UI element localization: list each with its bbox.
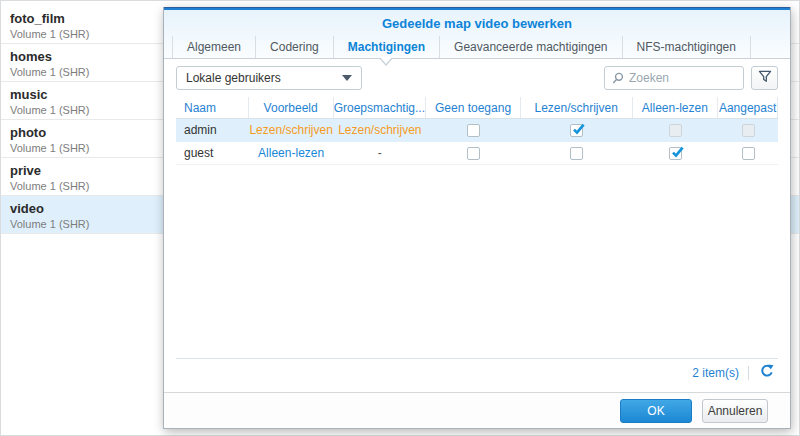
table-header-row: Naam Voorbeeld Groepsmachtig... Geen toe…: [176, 97, 778, 119]
checkbox-lezen-schrijven[interactable]: [570, 124, 583, 137]
status-divider: [748, 366, 749, 380]
checkbox-alleen-lezen[interactable]: [669, 147, 682, 160]
cell-name: admin: [176, 123, 249, 137]
search-input[interactable]: [629, 71, 737, 85]
toolbar-right: [604, 66, 778, 90]
tab-label: Codering: [270, 40, 319, 54]
search-icon: [611, 72, 624, 85]
cell-preview: Alleen-lezen: [249, 146, 334, 160]
ok-button[interactable]: OK: [620, 399, 692, 423]
checkbox-aangepast: [742, 124, 755, 137]
tab-nfs-machtigingen[interactable]: NFS-machtigingen: [623, 36, 751, 58]
column-header-aangepast[interactable]: Aangepast: [718, 97, 778, 118]
dialog-titlebar[interactable]: Gedeelde map video bewerken: [164, 10, 790, 36]
item-count: 2 item(s): [692, 366, 739, 380]
tab-codering[interactable]: Codering: [256, 36, 334, 58]
tab-algemeen[interactable]: Algemeen: [172, 36, 256, 58]
column-header-voorbeeld[interactable]: Voorbeeld: [249, 97, 334, 118]
status-bar: 2 item(s): [176, 358, 778, 382]
tab-bar: Algemeen Codering Machtigingen Geavancee…: [164, 36, 790, 59]
checkbox-lezen-schrijven[interactable]: [570, 147, 583, 160]
checkbox-aangepast[interactable]: [742, 147, 755, 160]
cell-name: guest: [176, 146, 249, 160]
refresh-icon: [760, 364, 774, 382]
table-row-admin[interactable]: admin Lezen/schrijven Lezen/schrijven: [176, 119, 778, 142]
column-header-lezen-schrijven[interactable]: Lezen/schrijven: [521, 97, 633, 118]
cell-read-only: [633, 124, 719, 137]
column-header-alleen-lezen[interactable]: Alleen-lezen: [633, 97, 719, 118]
checkbox-geen-toegang[interactable]: [467, 147, 480, 160]
cell-preview: Lezen/schrijven: [249, 123, 334, 137]
cell-group-permission: -: [334, 146, 427, 160]
tab-label: NFS-machtigingen: [637, 40, 736, 54]
cell-read-write: [521, 147, 633, 160]
tab-machtigingen[interactable]: Machtigingen: [334, 36, 440, 58]
tab-geavanceerde-machtigingen[interactable]: Geavanceerde machtigingen: [440, 36, 622, 58]
toolbar: Lokale gebruikers: [176, 66, 778, 90]
filter-funnel-icon: [758, 69, 772, 87]
dropdown-value: Lokale gebruikers: [186, 71, 281, 85]
cell-no-access: [426, 124, 521, 137]
cell-read-write: [521, 124, 633, 137]
column-header-geen-toegang[interactable]: Geen toegang: [426, 97, 521, 118]
tab-label: Algemeen: [187, 40, 241, 54]
dialog-header: Gedeelde map video bewerken Algemeen Cod…: [164, 10, 790, 59]
refresh-button[interactable]: [758, 364, 776, 382]
chevron-down-icon: [342, 75, 352, 81]
dialog-footer: OK Annuleren: [164, 392, 790, 428]
cell-no-access: [426, 147, 521, 160]
table-row-guest[interactable]: guest Alleen-lezen -: [176, 142, 778, 165]
permissions-table: Naam Voorbeeld Groepsmachtig... Geen toe…: [176, 97, 778, 165]
edit-shared-folder-dialog: Gedeelde map video bewerken Algemeen Cod…: [163, 7, 791, 429]
column-header-naam[interactable]: Naam: [176, 97, 249, 118]
dialog-content: Lokale gebruikers: [164, 59, 790, 392]
tab-label: Machtigingen: [348, 40, 425, 54]
dialog-title: Gedeelde map video bewerken: [382, 16, 572, 31]
cancel-button[interactable]: Annuleren: [702, 399, 768, 423]
checkbox-geen-toegang[interactable]: [467, 124, 480, 137]
cell-group-permission: Lezen/schrijven: [334, 123, 427, 137]
checkbox-alleen-lezen: [669, 124, 682, 137]
tab-label: Geavanceerde machtigingen: [454, 40, 607, 54]
filter-button[interactable]: [751, 66, 778, 90]
cell-custom: [718, 147, 778, 160]
cell-read-only: [633, 147, 719, 160]
search-box: [604, 66, 744, 90]
user-source-dropdown[interactable]: Lokale gebruikers: [176, 66, 362, 90]
cell-custom: [718, 124, 778, 137]
screen: foto_film Volume 1 (SHR) homes Volume 1 …: [0, 0, 800, 436]
column-header-groepsmachtigingen[interactable]: Groepsmachtig...: [334, 97, 427, 118]
